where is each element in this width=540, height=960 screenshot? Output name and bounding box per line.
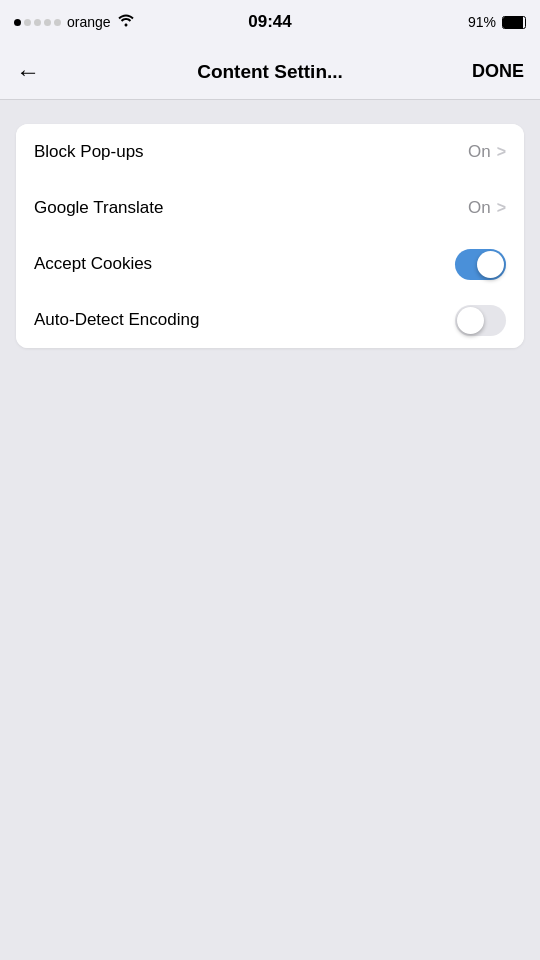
battery-icon	[502, 16, 526, 29]
signal-dot-4	[44, 19, 51, 26]
battery-percent: 91%	[468, 14, 496, 30]
block-popups-row[interactable]: Block Pop-ups On >	[16, 124, 524, 180]
google-translate-right: On >	[468, 198, 506, 218]
signal-dot-1	[14, 19, 21, 26]
block-popups-right: On >	[468, 142, 506, 162]
signal-dot-3	[34, 19, 41, 26]
back-button[interactable]: ←	[16, 60, 40, 84]
google-translate-value: On	[468, 198, 491, 218]
signal-dot-5	[54, 19, 61, 26]
auto-detect-encoding-label: Auto-Detect Encoding	[34, 310, 199, 330]
auto-detect-encoding-toggle-knob	[457, 307, 484, 334]
auto-detect-encoding-row: Auto-Detect Encoding	[16, 292, 524, 348]
accept-cookies-toggle-knob	[477, 251, 504, 278]
status-right: 91%	[468, 14, 526, 30]
auto-detect-encoding-toggle[interactable]	[455, 305, 506, 336]
page-title: Content Settin...	[197, 61, 343, 83]
google-translate-row[interactable]: Google Translate On >	[16, 180, 524, 236]
wifi-icon	[117, 13, 135, 31]
accept-cookies-label: Accept Cookies	[34, 254, 152, 274]
google-translate-label: Google Translate	[34, 198, 163, 218]
signal-dot-2	[24, 19, 31, 26]
block-popups-value: On	[468, 142, 491, 162]
status-left: orange	[14, 13, 135, 31]
status-time: 09:44	[248, 12, 291, 32]
accept-cookies-toggle[interactable]	[455, 249, 506, 280]
signal-dots	[14, 19, 61, 26]
google-translate-chevron-icon: >	[497, 199, 506, 217]
settings-card: Block Pop-ups On > Google Translate On >…	[16, 124, 524, 348]
carrier-label: orange	[67, 14, 111, 30]
block-popups-label: Block Pop-ups	[34, 142, 144, 162]
back-arrow-icon: ←	[16, 60, 40, 84]
nav-bar: ← Content Settin... DONE	[0, 44, 540, 100]
accept-cookies-row: Accept Cookies	[16, 236, 524, 292]
status-bar: orange 09:44 91%	[0, 0, 540, 44]
done-button[interactable]: DONE	[472, 61, 524, 82]
block-popups-chevron-icon: >	[497, 143, 506, 161]
